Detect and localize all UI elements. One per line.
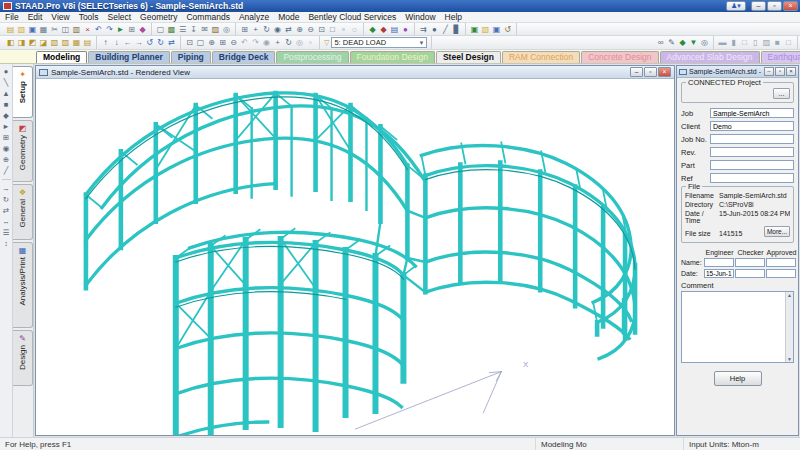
elevation-view-icon[interactable]: ▮: [728, 37, 739, 48]
beam-info-icon[interactable]: ╱: [440, 24, 451, 35]
tab-postprocessing[interactable]: Postprocessing: [276, 51, 348, 63]
help-button[interactable]: Help: [714, 371, 762, 386]
menu-geometry[interactable]: Geometry: [140, 12, 177, 22]
scroll-up-icon[interactable]: ▲: [787, 292, 792, 298]
snap-node-icon[interactable]: ◉: [1, 143, 12, 154]
tab-steel-design[interactable]: Steel Design: [436, 51, 501, 63]
select-plates-cursor-icon[interactable]: ▲: [1, 88, 12, 99]
wizard-icon[interactable]: ◆: [137, 24, 148, 35]
menu-window[interactable]: Window: [405, 12, 435, 22]
menu-select[interactable]: Select: [107, 12, 131, 22]
annotate-icon[interactable]: ✎: [666, 37, 677, 48]
zoom-capture-icon[interactable]: ▢: [195, 37, 206, 48]
add-beam-icon[interactable]: ╱: [1, 165, 12, 176]
zoom-out-icon[interactable]: ⊖: [228, 37, 239, 48]
cut-icon[interactable]: ✂: [49, 24, 60, 35]
snapshot-icon[interactable]: ▩: [166, 24, 177, 35]
export-icon[interactable]: ↧: [188, 24, 199, 35]
solid-view-icon[interactable]: ■: [772, 37, 783, 48]
job-no-field[interactable]: [710, 134, 794, 144]
restore-button[interactable]: ▫: [767, 1, 782, 11]
view-restore-button[interactable]: ▫: [644, 67, 657, 77]
menu-tools[interactable]: Tools: [79, 12, 99, 22]
zoom-previous-icon[interactable]: ↶: [239, 37, 250, 48]
query-icon[interactable]: ◌: [349, 24, 360, 35]
run-analysis-icon[interactable]: ►: [115, 24, 126, 35]
print-icon[interactable]: ▦: [38, 24, 49, 35]
wireframe-view-icon[interactable]: □: [783, 37, 794, 48]
orbit-icon[interactable]: ◉: [272, 24, 283, 35]
sidetab-setup[interactable]: ✦ Setup: [13, 66, 33, 118]
menu-edit[interactable]: Edit: [28, 12, 43, 22]
select-geometry-cursor-icon[interactable]: ◆: [1, 110, 12, 121]
renumber-icon[interactable]: ☰: [1, 227, 12, 238]
rotate-right-icon[interactable]: →: [133, 37, 144, 48]
engineer-name-field[interactable]: [704, 258, 734, 267]
backup-icon[interactable]: ▣: [491, 24, 502, 35]
open-archive-icon[interactable]: ▧: [480, 24, 491, 35]
collapse-panel-icon[interactable]: ►: [1, 121, 12, 132]
tables-icon[interactable]: ⊞: [126, 24, 137, 35]
cut-section-icon[interactable]: ▬: [717, 37, 728, 48]
menu-analyze[interactable]: Analyze: [239, 12, 269, 22]
spin-cw-icon[interactable]: ↻: [155, 37, 166, 48]
select-beams-cursor-icon[interactable]: ╲: [1, 77, 12, 88]
checker-name-field[interactable]: [735, 258, 765, 267]
translate-icon[interactable]: →: [1, 183, 12, 194]
render-view-icon[interactable]: ▨: [761, 37, 772, 48]
plan-view-icon[interactable]: □: [739, 37, 750, 48]
view-perspective-icon[interactable]: ▤: [82, 37, 93, 48]
minimize-button[interactable]: –: [751, 1, 766, 11]
menu-mode[interactable]: Mode: [278, 12, 299, 22]
job-field[interactable]: [710, 108, 794, 118]
engineer-date-field[interactable]: [704, 269, 734, 278]
menu-file[interactable]: File: [5, 12, 19, 22]
archive-icon[interactable]: ▨: [210, 24, 221, 35]
stretch-icon[interactable]: ↔: [1, 216, 12, 227]
member-query-icon[interactable]: ▊: [451, 24, 462, 35]
view-management-icon[interactable]: ▫: [305, 37, 316, 48]
labels-icon[interactable]: ▫: [338, 24, 349, 35]
snap-grid-icon[interactable]: ⊞: [1, 132, 12, 143]
panel-close-button[interactable]: ×: [786, 67, 796, 76]
options-icon[interactable]: ◎: [221, 24, 232, 35]
report-icon[interactable]: ☰: [177, 24, 188, 35]
assign-icon[interactable]: ◆: [677, 37, 688, 48]
tab-foundation-design[interactable]: Foundation Design: [350, 51, 435, 63]
more-button[interactable]: More...: [764, 226, 790, 237]
view-back-icon[interactable]: ▦: [71, 37, 82, 48]
tab-building-planner[interactable]: Building Planner: [88, 51, 170, 63]
zoom-window-icon[interactable]: ⊞: [217, 37, 228, 48]
tab-earthquake[interactable]: Earthquake: [761, 51, 800, 63]
menu-bentley-cloud-services[interactable]: Bentley Cloud Services: [308, 12, 396, 22]
view-minimize-button[interactable]: –: [630, 67, 643, 77]
model-canvas[interactable]: X: [36, 79, 674, 435]
new-view-icon[interactable]: ⊞: [239, 24, 250, 35]
view-close-button[interactable]: ×: [658, 67, 671, 77]
pan-view-icon[interactable]: +: [272, 37, 283, 48]
center-view-icon[interactable]: ◎: [294, 37, 305, 48]
load-case-dropdown[interactable]: 5: DEAD LOAD ▼: [331, 37, 427, 48]
section-database-icon[interactable]: ◆: [378, 24, 389, 35]
zoom-out-icon[interactable]: ⊖: [305, 24, 316, 35]
zoom-next-icon[interactable]: ↷: [250, 37, 261, 48]
dynamic-zoom-icon[interactable]: ◉: [261, 37, 272, 48]
redo-icon[interactable]: ↷: [104, 24, 115, 35]
view-iso-icon[interactable]: ◧: [5, 37, 16, 48]
mirror-icon[interactable]: ⇄: [1, 205, 12, 216]
copy-icon[interactable]: ◫: [60, 24, 71, 35]
panel-restore-button[interactable]: ▫: [775, 67, 785, 76]
rotate-geometry-icon[interactable]: ↻: [1, 194, 12, 205]
comment-scrollbar[interactable]: ▲▼: [785, 292, 793, 362]
delete-icon[interactable]: ×: [82, 24, 93, 35]
rotate-left-icon[interactable]: ←: [122, 37, 133, 48]
sync-icon[interactable]: ↺: [502, 24, 513, 35]
open-file-icon[interactable]: ▧: [16, 24, 27, 35]
sidetab-design[interactable]: ✎ Design: [13, 330, 33, 386]
section-view-icon[interactable]: ▯: [750, 37, 761, 48]
tab-concrete-design[interactable]: Concrete Design: [581, 51, 658, 63]
flip-view-icon[interactable]: ⇄: [166, 37, 177, 48]
spin-ccw-icon[interactable]: ↺: [144, 37, 155, 48]
rotate-icon[interactable]: ↻: [261, 24, 272, 35]
tab-bridge-deck[interactable]: Bridge Deck: [212, 51, 276, 63]
